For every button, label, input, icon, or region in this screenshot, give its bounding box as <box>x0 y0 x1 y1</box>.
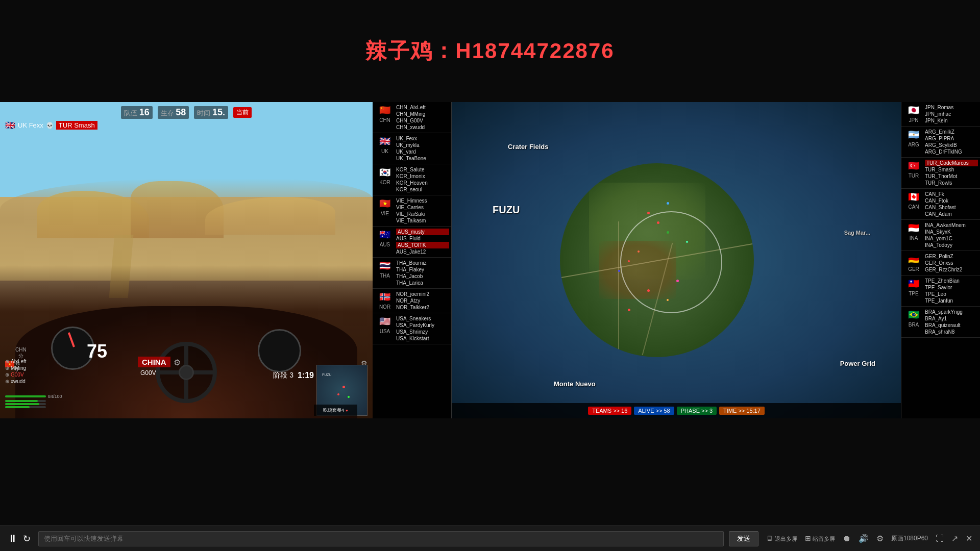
chn-players: CHN_AixLeft CHN_MMing CHN_G00V CHN_xwudd <box>395 104 449 131</box>
health-row-1: 84/100 <box>5 394 66 399</box>
player4-icon: ⊕ <box>5 379 9 384</box>
mini-dot-1 <box>342 386 345 388</box>
health-row-4 <box>5 406 66 408</box>
kor-p4: KOR_seoul <box>396 186 449 193</box>
team-group-arg: 🇦🇷 ARG ARG_EmilkZ ARG_PIPRA ARG_ScylixIB… <box>901 127 980 158</box>
split-icon: ⊞ <box>805 534 811 542</box>
team-count: 16 <box>139 107 150 117</box>
team-group-bra: 🇧🇷 BRA BRA_sparkYngg BRA_Ay1 BRA_quizera… <box>901 307 980 338</box>
power-grid-label: Power Grid <box>840 360 875 367</box>
ger-p3: GER_RzzChriz2 <box>925 266 978 273</box>
team-group-ger: 🇩🇪 GER GER_PolinZ GER_Onxss GER_RzzChriz… <box>901 251 980 276</box>
play-pause-button[interactable]: ⏸ <box>8 533 18 544</box>
share-icon[interactable]: ↗ <box>951 534 958 543</box>
aus-p3: AUS_TOITK <box>396 242 449 248</box>
nor-flag: 🇳🇴 <box>376 291 394 303</box>
chat-input[interactable] <box>38 531 724 546</box>
time-stat: TIME >> 15:17 <box>719 407 765 415</box>
chn-p3: CHN_G00V <box>396 117 449 124</box>
nor-players: NOR_joemini2 NOR_Atzy NOR_Talkker2 <box>395 291 449 311</box>
game-view: 队伍 16 生存 58 时间 15. 当前 🇬🇧 UK Fexx 💀 TUR S… <box>0 102 373 418</box>
refresh-button[interactable]: ↻ <box>23 533 31 544</box>
usa-p3: USA_Shrimzy <box>396 329 449 335</box>
usa-p1: USA_Sneakers <box>396 315 449 322</box>
jpn-players: JPN_Romas JPN_imhac JPN_Kein <box>924 104 978 124</box>
arg-p2: ARG_PIPRA <box>925 135 978 142</box>
player2-name: TUR Smash <box>56 121 97 130</box>
bra-p4: BRA_shraN8 <box>925 329 978 335</box>
health-bar-2 <box>5 400 38 402</box>
tha-p2: THA_Flakey <box>396 266 449 273</box>
aus-code: AUS <box>380 242 390 247</box>
tha-flag-container: 🇹🇭 THA <box>375 260 395 279</box>
can-players: CAN_Fk CAN_Ftok CAN_Shofast CAN_Adam <box>924 191 978 217</box>
send-button[interactable]: 发送 <box>729 531 758 546</box>
jpn-code: JPN <box>909 117 919 123</box>
player-list: ⊕ AixLeft ⊕ MMing ⊕ G00V ⊕ xwudd <box>5 359 27 385</box>
can-p3: CAN_Shofast <box>925 204 978 211</box>
timer-value: 1:19 <box>298 371 314 380</box>
hud-icons: ⚙ <box>174 358 181 367</box>
health-bar-1 <box>5 395 46 397</box>
vie-flag: 🇻🇳 <box>376 197 394 210</box>
split-screen-label[interactable]: ⊞ 缩留多屏 <box>805 534 835 543</box>
player-row-3: ⊕ G00V <box>5 372 27 378</box>
tpe-flag: 🇹🇼 <box>904 278 923 290</box>
chn-flag: 🇨🇳 <box>376 104 394 116</box>
ina-flag: 🇮🇩 <box>904 222 923 234</box>
nor-p2: NOR_Atzy <box>396 297 449 304</box>
jpn-p2: JPN_imhac <box>925 111 978 117</box>
volume-icon[interactable]: 🔊 <box>859 534 869 543</box>
sag-mar-label: Sag Mar... <box>844 230 870 236</box>
jpn-flag-container: 🇯🇵 JPN <box>903 104 924 123</box>
kor-flag-container: 🇰🇷 KOR <box>375 166 395 185</box>
toolbar-right: 🖥 退出多屏 ⊞ 缩留多屏 ⏺ 🔊 ⚙ 原画1080P60 ⛶ ↗ ✕ <box>766 534 972 543</box>
fullscreen-icon[interactable]: ⛶ <box>936 534 944 543</box>
team-group-jpn: 🇯🇵 JPN JPN_Romas JPN_imhac JPN_Kein <box>901 102 980 127</box>
ger-p2: GER_Onxss <box>925 260 978 266</box>
tpe-p3: TPE_Leo <box>925 291 978 297</box>
exit-multi-label[interactable]: 🖥 退出多屏 <box>766 534 797 543</box>
bra-players: BRA_sparkYngg BRA_Ay1 BRA_quizerault BRA… <box>924 309 978 335</box>
tur-p2: TUR_Smash <box>925 166 978 173</box>
tur-players: TUR_CodeMarcos TUR_Smash TUR_ThorMot TUR… <box>924 160 978 186</box>
tha-players: THA_Bourniz THA_Flakey THA_Jacob THA_Lar… <box>395 260 449 286</box>
player-dot-7 <box>618 270 620 272</box>
tha-code: THA <box>380 273 390 279</box>
nor-p3: NOR_Talkker2 <box>396 304 449 311</box>
ger-code: GER <box>908 266 919 272</box>
close-icon[interactable]: ✕ <box>966 534 972 543</box>
usa-players: USA_Sneakers USA_PardyKurly USA_Shrimzy … <box>395 315 449 342</box>
gauge-right <box>258 329 301 372</box>
player-dot-1 <box>647 212 650 214</box>
usa-flag-container: 🇺🇸 USA <box>375 315 395 334</box>
alive-label: 生存 58 <box>158 106 189 119</box>
alive-count: 58 <box>176 107 186 117</box>
can-p4: CAN_Adam <box>925 211 978 217</box>
steering-wheel-outer <box>156 342 217 403</box>
player-dot-11 <box>667 202 669 205</box>
tpe-code: TPE <box>909 291 918 296</box>
player3-row-name: G00V <box>11 372 24 378</box>
monte-nuevo-label: Monte Nuevo <box>554 380 596 388</box>
usa-flag: 🇺🇸 <box>376 315 394 328</box>
tur-p4: TUR_Rowls <box>925 180 978 186</box>
settings-toolbar-icon[interactable]: ⚙ <box>876 534 884 543</box>
jpn-p3: JPN_Kein <box>925 117 978 124</box>
bra-p2: BRA_Ay1 <box>925 315 978 322</box>
vie-p3: VIE_RaiSaki <box>396 211 449 217</box>
uk-p2: UK_mykla <box>396 142 449 148</box>
bra-code: BRA <box>909 322 919 328</box>
vie-players: VIE_Himness VIE_Carries VIE_RaiSaki VIE_… <box>395 197 449 224</box>
live-label: 吃鸡套餐4 ● <box>314 405 357 416</box>
usa-p4: USA_Kickstart <box>396 335 449 342</box>
speed-value: 75 <box>87 341 107 362</box>
tur-p3: TUR_ThorMot <box>925 173 978 180</box>
kor-code: KOR <box>379 180 390 185</box>
tur-p1: TUR_CodeMarcos <box>925 160 978 166</box>
ina-players: INA_AwkariMnem INA_SkyxK INA_yom1C INA_T… <box>924 222 978 248</box>
tha-p1: THA_Bourniz <box>396 260 449 266</box>
team-group-tpe: 🇹🇼 TPE TPE_ZhenBian TPE_Savior TPE_Leo T… <box>901 276 980 307</box>
record-icon[interactable]: ⏺ <box>843 534 851 543</box>
arg-flag: 🇦🇷 <box>904 129 923 141</box>
